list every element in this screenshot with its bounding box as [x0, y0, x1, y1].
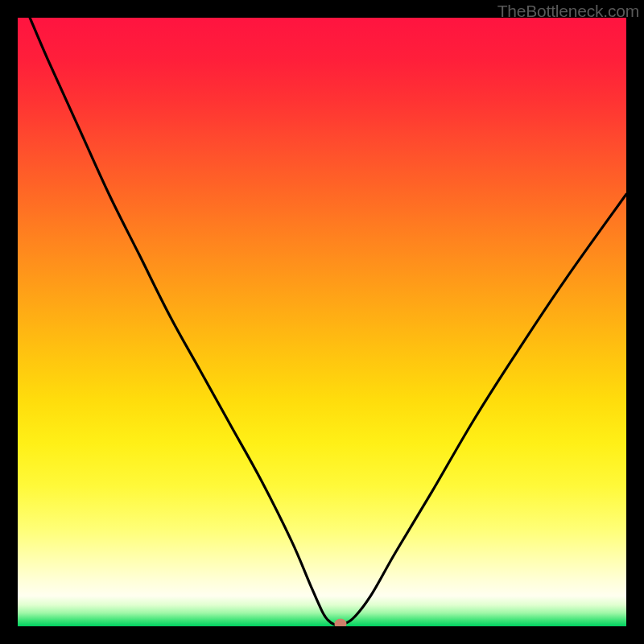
chart-frame: TheBottleneck.com — [0, 0, 644, 644]
plot-area — [18, 18, 626, 626]
optimal-point-marker — [334, 618, 346, 626]
watermark-text: TheBottleneck.com — [497, 2, 639, 21]
heat-gradient-background — [18, 18, 626, 626]
